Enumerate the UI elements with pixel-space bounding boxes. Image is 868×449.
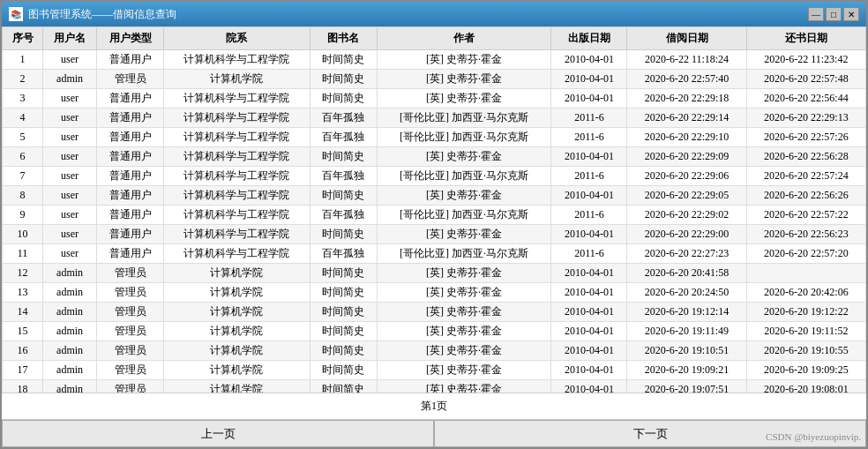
app-icon: 📚 (9, 7, 23, 21)
table-cell: [英] 史蒂芬·霍金 (377, 147, 551, 167)
minimize-button[interactable]: — (808, 7, 824, 21)
table-cell: 时间简史 (310, 50, 377, 70)
table-cell: 2020-6-20 22:29:10 (627, 128, 746, 147)
table-cell: 2010-04-01 (551, 264, 627, 283)
column-header: 出版日期 (551, 27, 627, 50)
close-button[interactable]: ✕ (843, 7, 859, 21)
table-row[interactable]: 13admin管理员计算机学院时间简史[英] 史蒂芬·霍金2010-04-012… (3, 283, 866, 303)
table-row[interactable]: 18admin管理员计算机学院时间简史[英] 史蒂芬·霍金2010-04-012… (3, 380, 866, 393)
table-cell: 15 (3, 322, 43, 341)
table-cell: 时间简史 (310, 186, 377, 206)
table-cell: 时间简史 (310, 303, 377, 322)
table-cell: user (43, 147, 97, 167)
table-cell: 计算机科学与工程学院 (164, 244, 311, 264)
main-window: 📚 图书管理系统——借阅信息查询 — □ ✕ 序号用户名用户类型院系图书名作者出… (0, 0, 868, 449)
table-cell: admin (43, 70, 97, 89)
table-row[interactable]: 3user普通用户计算机科学与工程学院时间简史[英] 史蒂芬·霍金2010-04… (3, 89, 866, 109)
table-cell: 2020-6-20 22:57:48 (746, 70, 865, 89)
table-cell: 2010-04-01 (551, 361, 627, 380)
table-cell: 计算机科学与工程学院 (164, 186, 311, 206)
table-cell: 5 (3, 128, 43, 147)
table-cell: 百年孤独 (310, 109, 377, 128)
table-cell: 2020-6-20 22:29:06 (627, 167, 746, 186)
table-cell: 8 (3, 186, 43, 206)
table-row[interactable]: 14admin管理员计算机学院时间简史[英] 史蒂芬·霍金2010-04-012… (3, 303, 866, 322)
maximize-button[interactable]: □ (826, 7, 842, 21)
titlebar-left: 📚 图书管理系统——借阅信息查询 (9, 7, 176, 22)
table-cell: 管理员 (97, 264, 164, 283)
table-cell: admin (43, 303, 97, 322)
table-row[interactable]: 2admin管理员计算机学院时间简史[英] 史蒂芬·霍金2010-04-0120… (3, 70, 866, 89)
table-row[interactable]: 9user普通用户计算机科学与工程学院百年孤独[哥伦比亚] 加西亚·马尔克斯20… (3, 206, 866, 225)
table-cell: [哥伦比亚] 加西亚·马尔克斯 (377, 128, 551, 147)
table-cell: 2010-04-01 (551, 225, 627, 244)
table-cell: 2020-6-20 22:57:20 (746, 244, 865, 264)
table-cell: 2020-6-20 22:56:23 (746, 225, 865, 244)
column-header: 借阅日期 (627, 27, 746, 50)
prev-page-button[interactable]: 上一页 (2, 420, 434, 447)
table-cell: 10 (3, 225, 43, 244)
table-cell: admin (43, 341, 97, 361)
table-cell: [哥伦比亚] 加西亚·马尔克斯 (377, 109, 551, 128)
table-cell: 时间简史 (310, 70, 377, 89)
table-cell: 计算机科学与工程学院 (164, 167, 311, 186)
table-cell: admin (43, 380, 97, 393)
table-cell: 时间简史 (310, 225, 377, 244)
table-cell: 2011-6 (551, 128, 627, 147)
table-cell: 管理员 (97, 380, 164, 393)
table-row[interactable]: 8user普通用户计算机科学与工程学院时间简史[英] 史蒂芬·霍金2010-04… (3, 186, 866, 206)
table-cell: 计算机科学与工程学院 (164, 50, 311, 70)
table-container[interactable]: 序号用户名用户类型院系图书名作者出版日期借阅日期还书日期 1user普通用户计算… (2, 26, 866, 393)
table-cell: 时间简史 (310, 147, 377, 167)
table-cell: 管理员 (97, 341, 164, 361)
table-row[interactable]: 12admin管理员计算机学院时间简史[英] 史蒂芬·霍金2010-04-012… (3, 264, 866, 283)
table-cell: [哥伦比亚] 加西亚·马尔克斯 (377, 244, 551, 264)
table-row[interactable]: 16admin管理员计算机学院时间简史[英] 史蒂芬·霍金2010-04-012… (3, 341, 866, 361)
table-cell: 计算机学院 (164, 361, 311, 380)
table-cell: admin (43, 322, 97, 341)
table-cell: [英] 史蒂芬·霍金 (377, 341, 551, 361)
table-cell: 普通用户 (97, 50, 164, 70)
table-cell: [英] 史蒂芬·霍金 (377, 70, 551, 89)
table-cell: 2011-6 (551, 167, 627, 186)
table-row[interactable]: 10user普通用户计算机科学与工程学院时间简史[英] 史蒂芬·霍金2010-0… (3, 225, 866, 244)
table-cell: 管理员 (97, 283, 164, 303)
table-cell: 普通用户 (97, 109, 164, 128)
table-cell: 13 (3, 283, 43, 303)
table-cell: 2020-6-20 19:10:55 (746, 341, 865, 361)
table-cell: 计算机科学与工程学院 (164, 89, 311, 109)
table-cell: [英] 史蒂芬·霍金 (377, 322, 551, 341)
table-row[interactable]: 1user普通用户计算机科学与工程学院时间简史[英] 史蒂芬·霍金2010-04… (3, 50, 866, 70)
table-cell: 管理员 (97, 70, 164, 89)
table-cell: 计算机学院 (164, 264, 311, 283)
table-row[interactable]: 7user普通用户计算机科学与工程学院百年孤独[哥伦比亚] 加西亚·马尔克斯20… (3, 167, 866, 186)
table-cell: 管理员 (97, 322, 164, 341)
table-cell: user (43, 50, 97, 70)
column-header: 用户类型 (97, 27, 164, 50)
table-row[interactable]: 4user普通用户计算机科学与工程学院百年孤独[哥伦比亚] 加西亚·马尔克斯20… (3, 109, 866, 128)
table-cell: 普通用户 (97, 186, 164, 206)
column-header: 序号 (3, 27, 43, 50)
table-cell: 2010-04-01 (551, 70, 627, 89)
bottom-bar: 上一页 下一页 (2, 419, 866, 447)
table-cell: 时间简史 (310, 283, 377, 303)
table-cell: 普通用户 (97, 206, 164, 225)
table-cell: 计算机科学与工程学院 (164, 109, 311, 128)
borrow-table: 序号用户名用户类型院系图书名作者出版日期借阅日期还书日期 1user普通用户计算… (2, 26, 866, 393)
table-cell: [哥伦比亚] 加西亚·马尔克斯 (377, 206, 551, 225)
table-cell: [英] 史蒂芬·霍金 (377, 361, 551, 380)
table-cell: 2010-04-01 (551, 89, 627, 109)
table-cell: admin (43, 283, 97, 303)
table-row[interactable]: 17admin管理员计算机学院时间简史[英] 史蒂芬·霍金2010-04-012… (3, 361, 866, 380)
table-row[interactable]: 15admin管理员计算机学院时间简史[英] 史蒂芬·霍金2010-04-012… (3, 322, 866, 341)
table-cell: 17 (3, 361, 43, 380)
table-cell: 2020-6-20 22:57:24 (746, 167, 865, 186)
table-cell: user (43, 186, 97, 206)
titlebar: 📚 图书管理系统——借阅信息查询 — □ ✕ (2, 2, 866, 26)
table-cell: 14 (3, 303, 43, 322)
table-row[interactable]: 11user普通用户计算机科学与工程学院百年孤独[哥伦比亚] 加西亚·马尔克斯2… (3, 244, 866, 264)
table-cell: user (43, 109, 97, 128)
table-row[interactable]: 6user普通用户计算机科学与工程学院时间简史[英] 史蒂芬·霍金2010-04… (3, 147, 866, 167)
table-cell: 1 (3, 50, 43, 70)
table-row[interactable]: 5user普通用户计算机科学与工程学院百年孤独[哥伦比亚] 加西亚·马尔克斯20… (3, 128, 866, 147)
